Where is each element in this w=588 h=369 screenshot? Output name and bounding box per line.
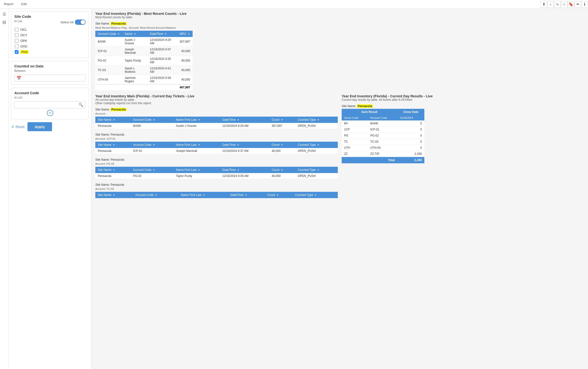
- col-site-name[interactable]: Site Name ▼: [95, 117, 131, 123]
- ocy-label[interactable]: OCY: [20, 33, 27, 37]
- tab-report[interactable]: Report: [0, 1, 17, 8]
- cell-name: Austin J Graves: [173, 123, 220, 129]
- cdt-section-1: Site Name: Pensacola Account: - Site Nam…: [95, 108, 338, 129]
- col-counted-type[interactable]: Counted Type ▼: [295, 117, 338, 123]
- account-search-input[interactable]: [17, 103, 77, 107]
- oxd-checkbox[interactable]: [15, 45, 19, 48]
- add-account-button[interactable]: +: [47, 110, 53, 116]
- col-name-first-last[interactable]: Name First Last ▼: [173, 117, 220, 123]
- col-counted-type[interactable]: Counted Type ▼: [293, 192, 338, 198]
- cdt-site-text-2: Site Name: Pensacola: [95, 133, 124, 136]
- sum-result-label: Sum Result: [361, 110, 377, 114]
- col-account-code[interactable]: Account Code ▼: [133, 192, 178, 198]
- cdt-account-3: Account: PG-02: [95, 162, 338, 165]
- col-datetime[interactable]: Date/Time ▼: [220, 142, 269, 148]
- most-recent-title: Year End Inventory (Florida) - Most Rece…: [95, 12, 584, 16]
- cell-datetime: 12/16/2024 9:41 AM: [147, 65, 177, 75]
- account-search-row: 🔍: [14, 101, 86, 108]
- col-name-first-last[interactable]: Name First Last ▼: [173, 142, 220, 148]
- cell-datetime: 12/16/2024 9:29 AM: [220, 123, 269, 129]
- results-total-row: Total -1,450: [342, 157, 424, 164]
- reset-icon: ↺: [11, 125, 14, 129]
- cell-account-code: ICP-01: [368, 127, 397, 133]
- col-count[interactable]: Count ▼: [269, 117, 295, 123]
- cell-counted-type: OPEN_PUSH: [295, 123, 338, 129]
- col-datetime[interactable]: Date/Time ▼: [228, 192, 265, 198]
- search-icon[interactable]: 🔍: [78, 102, 83, 107]
- date-input[interactable]: [23, 76, 83, 80]
- cell-account-code: ICP-01: [95, 46, 122, 56]
- col-counted-type[interactable]: Counted Type ▼: [295, 142, 338, 148]
- most-recent-counts-header: Year End Inventory (Florida) - Most Rece…: [95, 12, 584, 19]
- sum-result-header: Sum Result: [342, 109, 397, 115]
- col-datetime[interactable]: Date/Time ▼: [220, 117, 269, 123]
- cell-datetime: 12/16/2024 9:37 AM: [220, 148, 269, 154]
- cell-account-code: BANK: [368, 121, 397, 127]
- col-name-first-last[interactable]: Name First Last ▼: [178, 192, 228, 198]
- upload-icon[interactable]: ⬆: [540, 1, 547, 8]
- select-all-toggle[interactable]: [75, 20, 86, 25]
- cell-name: Sarah L Mullenix: [122, 65, 147, 75]
- col-count[interactable]: Count ▼: [269, 167, 295, 173]
- col-datetime[interactable]: Date/Time ▼: [147, 31, 177, 37]
- cell-game-code: ZZ: [342, 151, 368, 157]
- col-name[interactable]: Name ▼: [122, 31, 147, 37]
- back-icon[interactable]: ‹: [547, 1, 554, 8]
- pns-checkbox[interactable]: [15, 50, 19, 54]
- total-value: 467,897: [177, 84, 193, 91]
- list-item: OXD: [14, 44, 86, 49]
- cdt-site-label-2: Site Name: Pensacola: [95, 133, 338, 136]
- site-code-list: OCL OCY OPK OXD: [14, 27, 86, 55]
- col-account-code[interactable]: Account Code ▼: [131, 142, 173, 148]
- col-counted-type[interactable]: Counted Type ▼: [295, 167, 338, 173]
- apply-button[interactable]: Apply: [28, 122, 52, 131]
- col-mrc[interactable]: MRC ▼: [177, 31, 193, 37]
- oxd-label[interactable]: OXD: [20, 45, 27, 48]
- rss-icon[interactable]: ∿: [554, 1, 561, 8]
- pen-icon[interactable]: ✒: [574, 1, 581, 8]
- cdt-site-label-1: Site Name: Pensacola: [95, 108, 338, 111]
- current-day-tickets-header: Year End Inventory Main (Florida) - Curr…: [95, 94, 338, 105]
- table-row: ICP-01 Joseph Marshall 12/16/2024 9:37 A…: [95, 46, 193, 56]
- col-site-name[interactable]: Site Name ▼: [95, 167, 131, 173]
- toggle-track[interactable]: [75, 20, 86, 25]
- top-bar: Report Edit ⬆ ‹ ∿ ☆ 🔖 ✒ ℹ: [0, 0, 588, 9]
- nav-icon-2[interactable]: ▤: [1, 19, 8, 25]
- col-name-first-last[interactable]: Name First Last ▼: [173, 167, 220, 173]
- pns-label[interactable]: PNS: [20, 50, 29, 54]
- info-icon[interactable]: ℹ: [581, 1, 588, 8]
- col-site-name[interactable]: Site Name ▼: [95, 142, 131, 148]
- tab-edit[interactable]: Edit: [17, 1, 30, 8]
- ocl-checkbox[interactable]: [15, 28, 19, 31]
- content-area: ☰ ▤ Site Code In List Select All: [0, 9, 588, 369]
- col-site-name[interactable]: Site Name ▼: [95, 192, 133, 198]
- app-container: Report Edit ⬆ ‹ ∿ ☆ 🔖 ✒ ℹ ☰ ▤ Site Code …: [0, 0, 588, 369]
- date-input-row[interactable]: 📅: [14, 74, 86, 82]
- col-account-code[interactable]: Account Code ▼: [131, 167, 173, 173]
- cell-mrc: 40,000: [177, 46, 193, 56]
- opk-label[interactable]: OPK: [20, 39, 27, 43]
- site-code-title: Site Code: [14, 14, 86, 19]
- nav-icon-1[interactable]: ☰: [1, 11, 8, 18]
- table-row: PG-02 Taylor Purdy 12/16/2024 9:35 AM 40…: [95, 56, 193, 65]
- star-icon[interactable]: ☆: [561, 1, 568, 8]
- table-row: Pensacola ICP-01 Joseph Marshall 12/16/2…: [95, 148, 338, 154]
- calendar-icon[interactable]: 📅: [17, 76, 21, 80]
- most-recent-site-section: Site Name: Pensacola Most Recent Balance…: [95, 22, 584, 90]
- col-account-code[interactable]: Account Code ▼: [95, 31, 122, 37]
- opk-checkbox[interactable]: [15, 39, 19, 43]
- bookmark-icon[interactable]: 🔖: [568, 1, 574, 8]
- col-datetime[interactable]: Date/Time ▼: [220, 167, 269, 173]
- ocy-checkbox[interactable]: [15, 33, 19, 37]
- close-date-value-sub: 12/16/2024: [397, 115, 424, 121]
- game-code-sub: Game Code: [342, 115, 368, 121]
- ocl-label[interactable]: OCL: [20, 28, 27, 31]
- reset-button[interactable]: ↺ Reset: [11, 125, 25, 129]
- results-summary-table: Sum Result Close Date Game Code Account …: [342, 109, 424, 163]
- cdt-site-text-3: Site Name: Pensacola: [95, 158, 124, 161]
- col-count[interactable]: Count ▼: [269, 142, 295, 148]
- table-row: UTH UTH-04 0: [342, 145, 424, 151]
- col-account-code[interactable]: Account Code ▼: [131, 117, 173, 123]
- cell-value: 0: [397, 133, 424, 139]
- col-count[interactable]: Count ▼: [265, 192, 293, 198]
